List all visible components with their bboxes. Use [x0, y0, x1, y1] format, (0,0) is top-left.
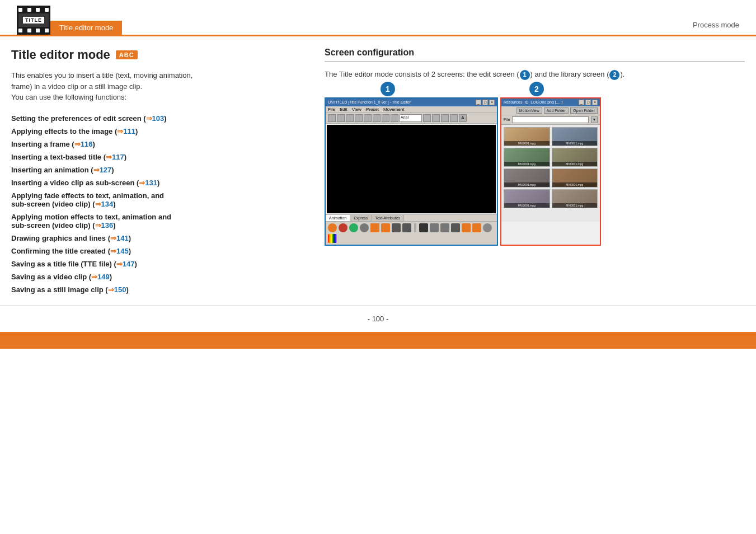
list-item[interactable]: Inserting a video clip as sub-screen (⇒1… — [11, 179, 302, 187]
thumbnail-item[interactable]: MVI0001.mpg — [504, 127, 550, 146]
screen-description: The Title editor mode consists of 2 scre… — [325, 69, 745, 81]
filter-btn[interactable]: ▼ — [591, 116, 598, 123]
list-item[interactable]: Inserting a text-based title (⇒117) — [11, 153, 302, 161]
links-list: Setting the preferences of edit screen (… — [11, 114, 302, 294]
list-item[interactable]: Drawing graphics and lines (⇒141) — [11, 234, 302, 242]
list-item[interactable]: Applying fade effects to text, animation… — [11, 191, 302, 208]
add-folder-btn[interactable]: Add Folder — [544, 107, 569, 114]
thumbnail-item[interactable]: MVI0001.mpg — [552, 127, 598, 146]
motionview-btn[interactable]: MotionView — [516, 107, 542, 114]
thumbnail-item[interactable]: MVI0001.mpg — [504, 168, 550, 188]
thumbnail-item[interactable]: MVI0001.mpg — [504, 189, 550, 208]
section-title: Screen configuration — [325, 48, 745, 62]
list-item[interactable]: Confirming the title created (⇒145) — [11, 247, 302, 255]
screen-label-1: 1 — [381, 82, 395, 96]
thumbnail-item[interactable]: MVI0001.mpg — [552, 189, 598, 208]
abc-badge: ABC — [116, 50, 138, 59]
thumbnail-item[interactable]: MVI0001.mpg — [552, 148, 598, 167]
list-item[interactable]: Saving as a title file (TTE file) (⇒147) — [11, 260, 302, 268]
page-title: Title editor mode — [11, 48, 110, 62]
library-screen-mock: Resources_ID_LOGO00.png [.....] _ □ × Mo… — [500, 97, 601, 246]
open-folder-btn[interactable]: Open Folder — [570, 107, 598, 114]
list-item[interactable]: Saving as a still image clip (⇒150) — [11, 285, 302, 294]
list-item[interactable]: Applying effects to the image (⇒111) — [11, 127, 302, 135]
list-item[interactable]: Applying motion effects to text, animati… — [11, 213, 302, 229]
tab-express[interactable]: Express — [350, 215, 372, 221]
tab-animation[interactable]: Animation — [326, 215, 350, 221]
section-tab: Title editor mode — [50, 21, 122, 35]
intro-text: This enables you to insert a title (text… — [11, 70, 302, 103]
page-number: - 100 - — [0, 305, 756, 332]
film-strip-icon: TITLE — [17, 6, 50, 35]
thumbnail-item[interactable]: MVI0001.mpg — [552, 168, 598, 188]
list-item[interactable]: Inserting a frame (⇒116) — [11, 140, 302, 148]
tab-text-attributes[interactable]: Text-Attributes — [372, 215, 404, 221]
list-item[interactable]: Inserting an animation (⇒127) — [11, 166, 302, 174]
list-item[interactable]: Setting the preferences of edit screen (… — [11, 114, 302, 123]
edit-screen-mock: UNTITLED [Title Function 1_0 ver.] - Tit… — [325, 97, 498, 246]
process-mode-label: Process mode — [693, 21, 739, 35]
title-badge-icon: TITLE — [23, 17, 44, 24]
bottom-orange-bar — [0, 332, 756, 349]
list-item[interactable]: Saving as a video clip (⇒149) — [11, 273, 302, 281]
screen-label-2: 2 — [529, 82, 544, 96]
thumbnail-item[interactable]: MVI0001.mpg — [504, 148, 550, 167]
